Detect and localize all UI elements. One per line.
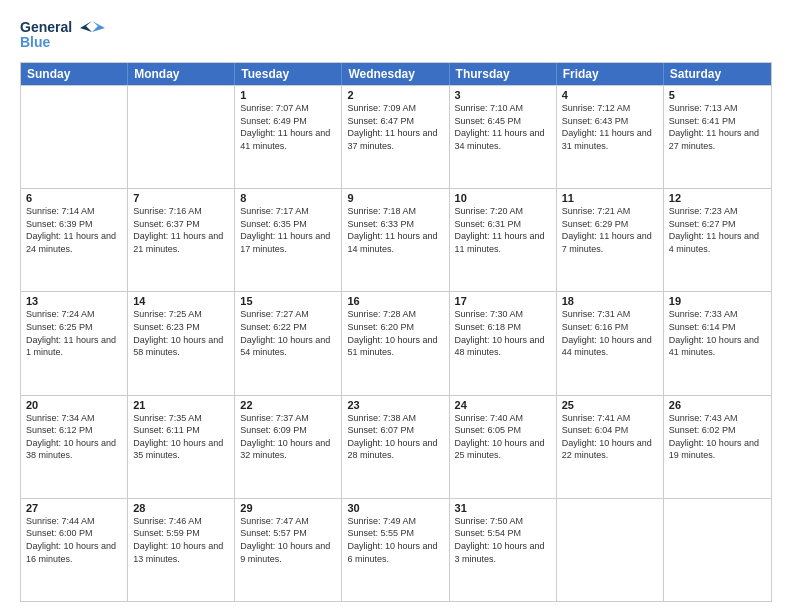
day-info: Sunrise: 7:23 AM Sunset: 6:27 PM Dayligh…	[669, 205, 766, 255]
day-info: Sunrise: 7:07 AM Sunset: 6:49 PM Dayligh…	[240, 102, 336, 152]
day-info: Sunrise: 7:34 AM Sunset: 6:12 PM Dayligh…	[26, 412, 122, 462]
weekday-header-thursday: Thursday	[450, 63, 557, 85]
day-info: Sunrise: 7:46 AM Sunset: 5:59 PM Dayligh…	[133, 515, 229, 565]
cal-cell-24: 24Sunrise: 7:40 AM Sunset: 6:05 PM Dayli…	[450, 396, 557, 498]
calendar-body: 1Sunrise: 7:07 AM Sunset: 6:49 PM Daylig…	[21, 85, 771, 601]
day-info: Sunrise: 7:21 AM Sunset: 6:29 PM Dayligh…	[562, 205, 658, 255]
cal-cell-3: 3Sunrise: 7:10 AM Sunset: 6:45 PM Daylig…	[450, 86, 557, 188]
cal-cell-4: 4Sunrise: 7:12 AM Sunset: 6:43 PM Daylig…	[557, 86, 664, 188]
cal-cell-30: 30Sunrise: 7:49 AM Sunset: 5:55 PM Dayli…	[342, 499, 449, 601]
cal-cell-14: 14Sunrise: 7:25 AM Sunset: 6:23 PM Dayli…	[128, 292, 235, 394]
cal-cell-28: 28Sunrise: 7:46 AM Sunset: 5:59 PM Dayli…	[128, 499, 235, 601]
day-info: Sunrise: 7:17 AM Sunset: 6:35 PM Dayligh…	[240, 205, 336, 255]
day-info: Sunrise: 7:18 AM Sunset: 6:33 PM Dayligh…	[347, 205, 443, 255]
day-info: Sunrise: 7:49 AM Sunset: 5:55 PM Dayligh…	[347, 515, 443, 565]
cal-cell-19: 19Sunrise: 7:33 AM Sunset: 6:14 PM Dayli…	[664, 292, 771, 394]
day-number: 8	[240, 192, 336, 204]
cal-cell-20: 20Sunrise: 7:34 AM Sunset: 6:12 PM Dayli…	[21, 396, 128, 498]
day-info: Sunrise: 7:09 AM Sunset: 6:47 PM Dayligh…	[347, 102, 443, 152]
weekday-header-sunday: Sunday	[21, 63, 128, 85]
day-info: Sunrise: 7:14 AM Sunset: 6:39 PM Dayligh…	[26, 205, 122, 255]
day-info: Sunrise: 7:28 AM Sunset: 6:20 PM Dayligh…	[347, 308, 443, 358]
day-number: 15	[240, 295, 336, 307]
day-number: 14	[133, 295, 229, 307]
logo: General Blue	[20, 16, 110, 54]
day-number: 16	[347, 295, 443, 307]
day-info: Sunrise: 7:44 AM Sunset: 6:00 PM Dayligh…	[26, 515, 122, 565]
day-info: Sunrise: 7:31 AM Sunset: 6:16 PM Dayligh…	[562, 308, 658, 358]
day-number: 28	[133, 502, 229, 514]
cal-cell-25: 25Sunrise: 7:41 AM Sunset: 6:04 PM Dayli…	[557, 396, 664, 498]
day-number: 22	[240, 399, 336, 411]
day-number: 27	[26, 502, 122, 514]
day-number: 6	[26, 192, 122, 204]
cal-cell-7: 7Sunrise: 7:16 AM Sunset: 6:37 PM Daylig…	[128, 189, 235, 291]
day-info: Sunrise: 7:47 AM Sunset: 5:57 PM Dayligh…	[240, 515, 336, 565]
cal-cell-31: 31Sunrise: 7:50 AM Sunset: 5:54 PM Dayli…	[450, 499, 557, 601]
svg-text:Blue: Blue	[20, 34, 51, 50]
cal-cell-22: 22Sunrise: 7:37 AM Sunset: 6:09 PM Dayli…	[235, 396, 342, 498]
day-info: Sunrise: 7:38 AM Sunset: 6:07 PM Dayligh…	[347, 412, 443, 462]
day-info: Sunrise: 7:24 AM Sunset: 6:25 PM Dayligh…	[26, 308, 122, 358]
calendar-row-4: 20Sunrise: 7:34 AM Sunset: 6:12 PM Dayli…	[21, 395, 771, 498]
day-info: Sunrise: 7:20 AM Sunset: 6:31 PM Dayligh…	[455, 205, 551, 255]
weekday-header-tuesday: Tuesday	[235, 63, 342, 85]
day-number: 12	[669, 192, 766, 204]
weekday-header-wednesday: Wednesday	[342, 63, 449, 85]
day-number: 19	[669, 295, 766, 307]
cal-cell-6: 6Sunrise: 7:14 AM Sunset: 6:39 PM Daylig…	[21, 189, 128, 291]
day-info: Sunrise: 7:35 AM Sunset: 6:11 PM Dayligh…	[133, 412, 229, 462]
day-number: 5	[669, 89, 766, 101]
cal-cell-16: 16Sunrise: 7:28 AM Sunset: 6:20 PM Dayli…	[342, 292, 449, 394]
day-number: 3	[455, 89, 551, 101]
day-number: 20	[26, 399, 122, 411]
day-number: 9	[347, 192, 443, 204]
page: General Blue SundayMondayTuesdayWednesda…	[0, 0, 792, 612]
day-number: 2	[347, 89, 443, 101]
calendar-row-5: 27Sunrise: 7:44 AM Sunset: 6:00 PM Dayli…	[21, 498, 771, 601]
day-number: 23	[347, 399, 443, 411]
cal-cell-12: 12Sunrise: 7:23 AM Sunset: 6:27 PM Dayli…	[664, 189, 771, 291]
weekday-header-monday: Monday	[128, 63, 235, 85]
calendar: SundayMondayTuesdayWednesdayThursdayFrid…	[20, 62, 772, 602]
day-number: 31	[455, 502, 551, 514]
day-info: Sunrise: 7:27 AM Sunset: 6:22 PM Dayligh…	[240, 308, 336, 358]
cal-cell-empty-4-6	[664, 499, 771, 601]
cal-cell-2: 2Sunrise: 7:09 AM Sunset: 6:47 PM Daylig…	[342, 86, 449, 188]
cal-cell-empty-0-1	[128, 86, 235, 188]
day-number: 21	[133, 399, 229, 411]
day-number: 10	[455, 192, 551, 204]
day-number: 29	[240, 502, 336, 514]
day-number: 17	[455, 295, 551, 307]
cal-cell-9: 9Sunrise: 7:18 AM Sunset: 6:33 PM Daylig…	[342, 189, 449, 291]
calendar-row-1: 1Sunrise: 7:07 AM Sunset: 6:49 PM Daylig…	[21, 85, 771, 188]
day-number: 26	[669, 399, 766, 411]
svg-text:General: General	[20, 19, 72, 35]
calendar-row-3: 13Sunrise: 7:24 AM Sunset: 6:25 PM Dayli…	[21, 291, 771, 394]
day-number: 11	[562, 192, 658, 204]
cal-cell-21: 21Sunrise: 7:35 AM Sunset: 6:11 PM Dayli…	[128, 396, 235, 498]
day-info: Sunrise: 7:41 AM Sunset: 6:04 PM Dayligh…	[562, 412, 658, 462]
header: General Blue	[20, 16, 772, 54]
cal-cell-18: 18Sunrise: 7:31 AM Sunset: 6:16 PM Dayli…	[557, 292, 664, 394]
cal-cell-27: 27Sunrise: 7:44 AM Sunset: 6:00 PM Dayli…	[21, 499, 128, 601]
calendar-header: SundayMondayTuesdayWednesdayThursdayFrid…	[21, 63, 771, 85]
cal-cell-10: 10Sunrise: 7:20 AM Sunset: 6:31 PM Dayli…	[450, 189, 557, 291]
cal-cell-26: 26Sunrise: 7:43 AM Sunset: 6:02 PM Dayli…	[664, 396, 771, 498]
day-number: 13	[26, 295, 122, 307]
day-info: Sunrise: 7:37 AM Sunset: 6:09 PM Dayligh…	[240, 412, 336, 462]
day-number: 24	[455, 399, 551, 411]
day-number: 4	[562, 89, 658, 101]
svg-marker-2	[92, 21, 105, 32]
cal-cell-13: 13Sunrise: 7:24 AM Sunset: 6:25 PM Dayli…	[21, 292, 128, 394]
cal-cell-17: 17Sunrise: 7:30 AM Sunset: 6:18 PM Dayli…	[450, 292, 557, 394]
day-number: 25	[562, 399, 658, 411]
cal-cell-29: 29Sunrise: 7:47 AM Sunset: 5:57 PM Dayli…	[235, 499, 342, 601]
day-info: Sunrise: 7:30 AM Sunset: 6:18 PM Dayligh…	[455, 308, 551, 358]
weekday-header-friday: Friday	[557, 63, 664, 85]
logo-svg: General Blue	[20, 16, 110, 54]
day-info: Sunrise: 7:25 AM Sunset: 6:23 PM Dayligh…	[133, 308, 229, 358]
day-info: Sunrise: 7:16 AM Sunset: 6:37 PM Dayligh…	[133, 205, 229, 255]
svg-marker-3	[80, 21, 92, 32]
cal-cell-5: 5Sunrise: 7:13 AM Sunset: 6:41 PM Daylig…	[664, 86, 771, 188]
